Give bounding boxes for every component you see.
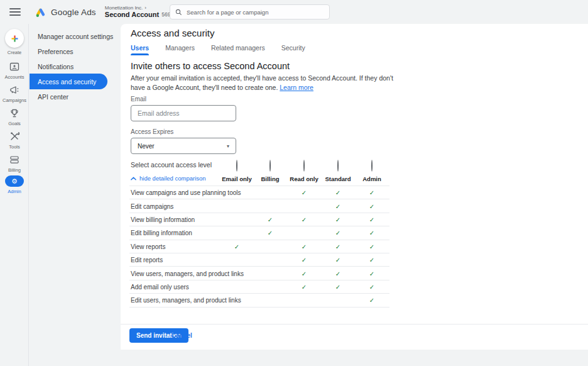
table-row: Edit reports ✓✓✓: [129, 253, 389, 267]
google-ads-logo-icon: [35, 6, 46, 18]
accounts-icon: [0, 61, 29, 72]
check-cell: ✓: [355, 283, 389, 290]
rail-item-label: Accounts: [0, 74, 29, 80]
check-cell: ✓: [355, 270, 389, 277]
rail-item-accounts[interactable]: Accounts: [0, 61, 29, 80]
rail-item-admin[interactable]: ⚙ Admin: [0, 175, 29, 194]
page-title: Access and security: [131, 28, 214, 38]
table-row: View reports ✓✓✓✓: [129, 240, 389, 253]
gear-icon: ⚙: [5, 175, 24, 187]
sidebar-item-access-and-security[interactable]: Access and security: [30, 74, 107, 89]
check-cell: ✓: [287, 216, 321, 223]
sidebar-item-label: Access and security: [38, 78, 96, 86]
invite-heading: Invite others to access Second Account: [131, 61, 290, 71]
search-icon: [175, 9, 182, 16]
check-cell: ✓: [321, 202, 355, 209]
access-expires-select[interactable]: Never ▾: [131, 138, 236, 154]
radio-icon: [337, 160, 339, 172]
radio-label: Admin: [355, 175, 389, 182]
radio-icon: [236, 160, 237, 172]
billing-icon: [0, 154, 29, 165]
tab-users[interactable]: Users: [131, 44, 149, 55]
radio-email-only[interactable]: Email only: [220, 160, 254, 182]
check-cell: ✓: [287, 189, 321, 196]
permission-label: View billing information: [131, 216, 195, 223]
table-row: View users, managers, and product links …: [129, 267, 389, 280]
rail-item-billing[interactable]: Billing: [0, 154, 29, 173]
email-field[interactable]: [131, 105, 236, 121]
search-input[interactable]: Search for a page or campaign: [170, 4, 330, 19]
rail-item-label: Create: [0, 50, 29, 55]
tab-managers[interactable]: Managers: [165, 44, 195, 55]
invite-description: After your email invitation is accepted,…: [131, 74, 402, 92]
check-cell: ✓: [355, 216, 389, 223]
menu-icon[interactable]: [9, 8, 21, 16]
top-app-bar: Google Ads Monetization Inc.› Second Acc…: [0, 0, 588, 24]
permission-label: Edit reports: [131, 257, 163, 263]
check-cell: ✓: [287, 243, 321, 250]
account-name: Second Account: [105, 11, 159, 19]
table-row: View billing information ✓✓✓✓: [129, 213, 389, 226]
account-path: Monetization Inc.: [105, 5, 143, 11]
access-level-label: Select account access level: [131, 161, 212, 169]
radio-admin[interactable]: Admin: [355, 160, 389, 182]
tab-security[interactable]: Security: [281, 44, 305, 55]
google-ads-logo: Google Ads: [35, 6, 96, 18]
sidebar-item-manager-account-settings[interactable]: Manager account settings: [30, 28, 107, 44]
megaphone-icon: [0, 84, 29, 96]
table-row: View campaigns and use planning tools ✓✓…: [129, 186, 389, 199]
comparison-toggle-link[interactable]: hide detailed comparison: [131, 175, 206, 182]
permission-label: View reports: [131, 243, 165, 250]
radio-icon: [270, 160, 271, 172]
sidebar-item-notifications[interactable]: Notifications: [30, 58, 107, 74]
rail-item-goals[interactable]: Goals: [0, 108, 29, 126]
rail-item-campaigns[interactable]: Campaigns: [0, 84, 29, 103]
rail-item-create[interactable]: Create: [0, 29, 29, 55]
rail-item-label: Tools: [0, 144, 29, 150]
permission-label: Add email only users: [131, 283, 189, 290]
check-cell: ✓: [355, 243, 389, 250]
tools-icon: [0, 131, 29, 142]
navigation-rail: Create Accounts Campaigns Goals Tools Bi…: [0, 24, 29, 366]
rail-item-label: Campaigns: [0, 97, 29, 103]
create-plus-icon: [5, 29, 24, 48]
check-cell: ✓: [355, 297, 389, 304]
check-cell: ✓: [287, 257, 321, 263]
sidebar-item-label: Manager account settings: [38, 33, 113, 40]
rail-item-label: Billing: [0, 167, 29, 173]
permission-label: View campaigns and use planning tools: [131, 189, 241, 196]
radio-billing[interactable]: Billing: [253, 160, 287, 182]
permissions-table: View campaigns and use planning tools ✓✓…: [129, 186, 389, 308]
sidebar-item-label: Preferences: [38, 48, 74, 55]
rail-item-label: Admin: [0, 189, 29, 194]
sidebar-item-preferences[interactable]: Preferences: [30, 43, 107, 59]
tab-related-managers[interactable]: Related managers: [211, 44, 265, 55]
breadcrumb-chevron-icon: ›: [144, 5, 146, 11]
brand-name: Google Ads: [51, 8, 96, 17]
access-expires-label: Access Expires: [131, 128, 173, 135]
check-cell: ✓: [321, 243, 355, 250]
radio-icon: [303, 160, 305, 172]
permission-label: Edit users, managers, and product links: [131, 297, 241, 304]
learn-more-link[interactable]: Learn more: [280, 84, 313, 91]
check-cell: ✓: [321, 257, 355, 263]
sidebar-item-api-center[interactable]: API center: [30, 89, 107, 104]
radio-label: Standard: [321, 175, 355, 182]
check-cell: ✓: [287, 283, 321, 290]
rail-item-tools[interactable]: Tools: [0, 131, 29, 150]
check-cell: ✓: [355, 230, 389, 236]
check-cell: ✓: [355, 257, 389, 263]
cancel-button[interactable]: Cancel: [172, 332, 192, 339]
tab-bar: Users Managers Related managers Security: [131, 44, 305, 55]
chevron-up-icon: [131, 177, 136, 180]
radio-read-only[interactable]: Read only: [287, 160, 321, 182]
invite-description-text: After your email invitation is accepted,…: [131, 74, 393, 91]
check-cell: ✓: [321, 216, 355, 223]
table-row: Edit users, managers, and product links …: [129, 294, 389, 307]
check-cell: ✓: [321, 283, 355, 290]
check-cell: ✓: [321, 230, 355, 236]
radio-label: Billing: [253, 175, 287, 182]
permission-label: Edit billing information: [131, 230, 192, 236]
radio-standard[interactable]: Standard: [321, 160, 355, 182]
footer-divider: [121, 324, 588, 324]
